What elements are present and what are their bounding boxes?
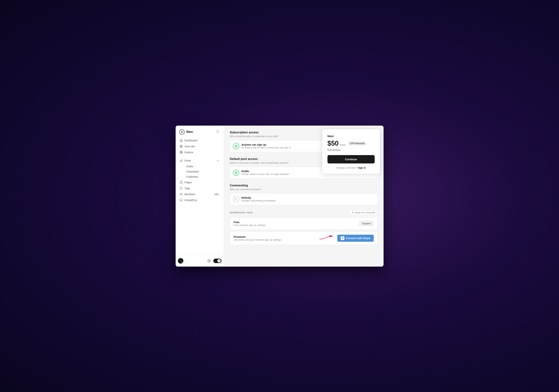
- sidebar-logo: Main: [179, 129, 193, 135]
- nobody-icon: [233, 196, 239, 202]
- globe-icon: [180, 151, 183, 154]
- tags-label: Tags: [185, 187, 190, 190]
- commenting-section: Commenting Who can comment on posts? Nob…: [230, 184, 378, 205]
- free-tier-info: Free Free member sign up settings: [234, 221, 266, 227]
- sidebar-item-explore[interactable]: Explore: [178, 149, 222, 155]
- sidebar: Main Dashboard View si: [176, 126, 224, 267]
- sidebar-item-drafts[interactable]: Drafts: [185, 164, 222, 169]
- settings-button[interactable]: [207, 258, 212, 263]
- popup-site-name: Main: [327, 135, 375, 138]
- popup-discount: 17% discount: [348, 142, 366, 145]
- premium-tier-desc: Set prices and paid member sign up setti…: [234, 238, 281, 241]
- chevron-down-icon: [185, 260, 187, 262]
- chevron-down-icon-3: ⌄: [372, 198, 374, 201]
- nav-other: Pages Tags Members 206: [176, 179, 224, 197]
- members-icon: [180, 193, 183, 196]
- user-avatar[interactable]: [178, 258, 187, 264]
- popup-signin-link[interactable]: Sign in: [358, 166, 366, 169]
- posts-group[interactable]: Posts +: [178, 157, 222, 164]
- svg-rect-9: [180, 199, 182, 201]
- sidebar-item-tags[interactable]: Tags: [178, 185, 222, 191]
- premium-tier-info: Premium Set prices and paid member sign …: [234, 235, 281, 241]
- sidebar-item-ghost-pro[interactable]: Ghost(Pro): [178, 197, 222, 203]
- popup-access-label: Full access: [327, 148, 375, 151]
- gear-icon: [207, 259, 211, 263]
- svg-point-10: [208, 260, 209, 261]
- popup-price-row: $50 /year 17% discount: [327, 139, 375, 147]
- avatar-icon: [178, 258, 183, 264]
- commenting-title: Commenting: [230, 184, 378, 187]
- ghost-pro-icon: [180, 199, 183, 202]
- svg-point-8: [180, 193, 181, 194]
- external-link-icon: [180, 145, 183, 148]
- logo-icon: [179, 129, 185, 135]
- drafts-label: Drafts: [186, 165, 193, 168]
- commenting-main: Nobody: [242, 196, 370, 199]
- connect-stripe-button[interactable]: S Connect with Stripe: [337, 235, 373, 242]
- add-post-button[interactable]: +: [216, 159, 220, 162]
- posts-icon: [180, 159, 183, 162]
- ghost-pro-label: Ghost(Pro): [185, 199, 197, 202]
- popup-member-text: Already a member? Sign in: [327, 166, 375, 169]
- globe-green-icon-2: [233, 170, 239, 176]
- pages-icon: [180, 181, 183, 184]
- commenting-dropdown[interactable]: Nobody Disable commenting completely ⌄: [230, 193, 378, 205]
- site-name: Main: [186, 130, 193, 134]
- sidebar-footer: [176, 255, 224, 267]
- main-content: Main $50 /year 17% discount Full access …: [224, 126, 383, 267]
- footer-icons: [207, 258, 222, 263]
- popup-price: $50: [327, 139, 339, 147]
- theme-toggle[interactable]: [213, 259, 222, 263]
- svg-rect-3: [181, 146, 182, 147]
- globe-green-icon: [233, 143, 239, 149]
- tiers-header-row: MEMBERSHIP TIERS Stripe not connected: [230, 210, 378, 215]
- free-tier-desc: Free member sign up settings: [234, 224, 266, 227]
- posts-label: Posts: [185, 159, 191, 162]
- svg-point-11: [219, 260, 219, 261]
- sidebar-item-view-site[interactable]: View site: [178, 143, 222, 149]
- nav-ghost-pro: Ghost(Pro): [176, 197, 224, 203]
- popup-continue-button[interactable]: Continue: [327, 155, 375, 164]
- sidebar-item-published[interactable]: Published: [185, 174, 222, 179]
- svg-line-14: [218, 260, 219, 260]
- expand-free-button[interactable]: Expand: [359, 221, 373, 226]
- app-window: Main Dashboard View si: [176, 126, 383, 267]
- dashboard-label: Dashboard: [185, 139, 197, 142]
- search-button[interactable]: [215, 129, 220, 134]
- sidebar-item-scheduled[interactable]: Scheduled: [185, 169, 222, 174]
- tags-icon: [180, 187, 183, 190]
- premium-tier-actions: S Connect with Stripe: [319, 235, 373, 242]
- view-site-label: View site: [185, 145, 195, 148]
- popup-price-block: $50 /year: [327, 139, 346, 147]
- stripe-status-text: Stripe not connected: [354, 211, 375, 214]
- svg-point-0: [217, 130, 219, 132]
- members-label: Members: [185, 193, 195, 196]
- stripe-dot: [352, 212, 354, 213]
- sidebar-item-members[interactable]: Members 206: [178, 191, 222, 197]
- svg-rect-4: [180, 146, 181, 147]
- commenting-sub: Disable commenting completely: [242, 199, 370, 202]
- free-tier-name: Free: [234, 221, 266, 224]
- svg-line-15: [219, 261, 220, 261]
- scheduled-label: Scheduled: [186, 170, 199, 173]
- svg-rect-2: [181, 145, 182, 146]
- online-indicator: [182, 262, 183, 264]
- popup-period: /year: [339, 143, 345, 146]
- commenting-text: Nobody Disable commenting completely: [242, 196, 370, 202]
- free-tier-card: Free Free member sign up settings Expand: [230, 218, 378, 230]
- sun-icon: [218, 260, 220, 262]
- members-count: 206: [214, 193, 219, 196]
- membership-tiers-section: MEMBERSHIP TIERS Stripe not connected Fr…: [230, 210, 378, 245]
- sidebar-item-dashboard[interactable]: Dashboard: [178, 137, 222, 143]
- sidebar-header: Main: [176, 126, 224, 137]
- nav-main: Dashboard View site Explore: [176, 137, 224, 155]
- commenting-subtitle: Who can comment on posts?: [230, 188, 378, 191]
- arrow-icon: [319, 236, 334, 241]
- stripe-status-badge: Stripe not connected: [350, 210, 377, 215]
- svg-rect-1: [180, 145, 181, 146]
- explore-label: Explore: [185, 151, 193, 154]
- sidebar-item-pages[interactable]: Pages: [178, 179, 222, 185]
- nav-posts: Posts + Drafts Scheduled Published: [176, 157, 224, 179]
- published-label: Published: [186, 175, 198, 178]
- pages-label: Pages: [185, 181, 192, 184]
